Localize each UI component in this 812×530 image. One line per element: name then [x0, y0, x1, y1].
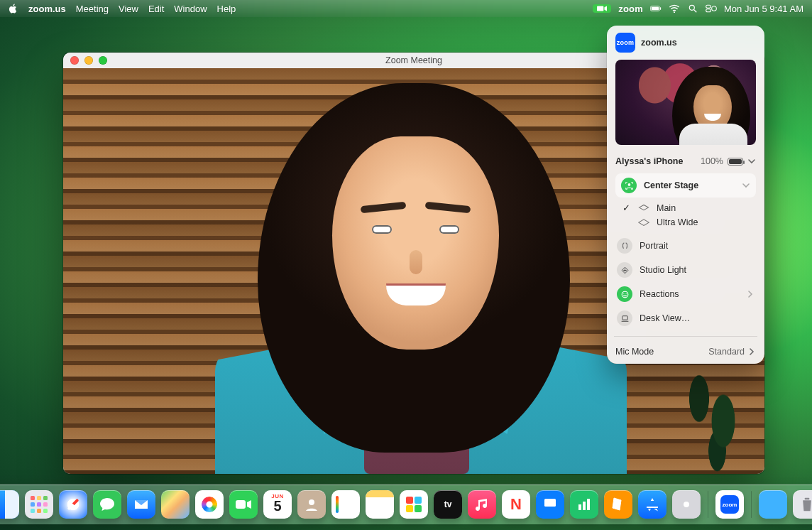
desk-view-icon: [617, 310, 632, 326]
svg-rect-0: [597, 6, 603, 11]
dock-zoom[interactable]: zoom: [715, 490, 744, 519]
studio-light-toggle[interactable]: Studio Light: [611, 258, 760, 282]
apple-menu[interactable]: [9, 4, 18, 13]
window-zoom-button[interactable]: [99, 56, 107, 65]
camera-in-use-app[interactable]: zoom: [618, 4, 643, 14]
chevron-right-icon: [747, 347, 756, 356]
menubar-app-name[interactable]: zoom.us: [28, 4, 66, 14]
dock-notes[interactable]: [366, 490, 394, 519]
window-traffic-lights: [70, 56, 107, 65]
dock-calendar[interactable]: JUN 5: [263, 490, 292, 519]
menubar-clock[interactable]: Mon Jun 5 9:41 AM: [724, 4, 803, 14]
center-stage-icon: [621, 178, 637, 193]
popover-app-name: zoom.us: [641, 38, 677, 48]
chevron-down-icon: [742, 181, 750, 190]
svg-point-12: [625, 293, 626, 293]
dock-system-settings[interactable]: [672, 490, 701, 519]
dock-music[interactable]: [468, 490, 496, 519]
news-glyph: N: [510, 495, 522, 514]
dock-launchpad[interactable]: [25, 490, 53, 519]
center-stage-toggle[interactable]: Center Stage: [615, 173, 756, 198]
svg-point-9: [627, 183, 630, 186]
menubar: zoom.us Meeting View Edit Window Help zo…: [0, 0, 812, 17]
participant-self: [172, 69, 655, 474]
dock-numbers[interactable]: [570, 490, 598, 519]
dock-messages[interactable]: [93, 490, 121, 519]
menu-edit[interactable]: Edit: [148, 4, 164, 14]
reactions-label: Reactions: [640, 289, 739, 299]
dock-reminders[interactable]: [331, 490, 360, 519]
menu-window[interactable]: Window: [174, 4, 207, 14]
device-name: Alyssa's iPhone: [615, 156, 683, 166]
studio-light-icon: [617, 262, 632, 278]
camera-in-use-indicator[interactable]: [593, 4, 611, 13]
lens-ultrawide-label: Ultra Wide: [657, 217, 698, 227]
device-battery-percent: 100%: [701, 156, 723, 166]
dock-mail[interactable]: [127, 490, 155, 519]
divider: [614, 336, 757, 337]
portrait-label: Portrait: [640, 241, 755, 251]
mic-mode-button[interactable]: Mic Mode Standard: [607, 340, 764, 364]
svg-point-8: [712, 6, 717, 11]
menu-view[interactable]: View: [119, 4, 138, 14]
svg-rect-18: [583, 502, 586, 510]
reactions-icon: [617, 286, 632, 302]
window-close-button[interactable]: [70, 56, 79, 65]
spotlight-icon[interactable]: [687, 4, 698, 13]
svg-point-20: [684, 502, 689, 507]
wifi-icon[interactable]: [669, 4, 680, 13]
dock: JUN 5 tv N zoom: [0, 485, 812, 524]
menu-meeting[interactable]: Meeting: [76, 4, 109, 14]
dock-news[interactable]: N: [502, 490, 530, 519]
device-row[interactable]: Alyssa's iPhone 100%: [607, 151, 764, 172]
svg-rect-17: [578, 504, 581, 510]
lens-option-ultra-wide[interactable]: Ultra Wide: [611, 215, 760, 229]
menu-help[interactable]: Help: [217, 4, 236, 14]
battery-icon[interactable]: [650, 4, 662, 13]
portrait-toggle[interactable]: Portrait: [611, 234, 760, 258]
svg-point-4: [674, 11, 675, 13]
dock-keynote[interactable]: [536, 490, 564, 519]
window-title: Zoom Meeting: [385, 55, 442, 65]
dock-photos[interactable]: [195, 490, 224, 519]
mic-mode-label: Mic Mode: [615, 347, 654, 357]
zoom-app-icon: zoom: [615, 33, 635, 53]
dock-maps[interactable]: [161, 490, 190, 519]
desk-view-button[interactable]: Desk View…: [611, 306, 760, 330]
center-stage-label: Center Stage: [644, 180, 735, 190]
lens-main-label: Main: [657, 203, 676, 213]
svg-rect-7: [706, 9, 711, 12]
dock-finder[interactable]: [0, 490, 19, 519]
portrait-icon: [617, 238, 632, 254]
control-center-icon[interactable]: [706, 4, 717, 13]
dock-separator: [708, 491, 708, 518]
svg-rect-2: [652, 7, 659, 11]
svg-rect-19: [587, 499, 590, 510]
lens-option-main[interactable]: ✓ Main: [611, 200, 760, 215]
dock-separator: [751, 491, 752, 518]
svg-point-11: [623, 293, 624, 293]
calendar-day: 5: [263, 499, 292, 512]
dock-trash[interactable]: [793, 490, 812, 519]
dock-safari[interactable]: [59, 490, 87, 519]
chevron-down-icon: [747, 157, 756, 166]
svg-rect-16: [544, 499, 556, 507]
popover-header: zoom zoom.us: [607, 26, 764, 60]
mic-mode-value: Standard: [708, 347, 745, 357]
svg-point-5: [689, 5, 694, 10]
dock-freeform[interactable]: [400, 490, 428, 519]
dock-downloads[interactable]: [759, 490, 787, 519]
window-minimize-button[interactable]: [84, 56, 93, 65]
dock-appstore[interactable]: [638, 490, 666, 519]
reactions-button[interactable]: Reactions: [611, 282, 760, 306]
dock-tv[interactable]: tv: [434, 490, 462, 519]
dock-facetime[interactable]: [229, 490, 258, 519]
battery-icon: [728, 158, 743, 166]
dock-contacts[interactable]: [297, 490, 326, 519]
lens-icon: [638, 217, 649, 227]
camera-preview-thumbnail: [615, 60, 756, 145]
studio-light-label: Studio Light: [640, 265, 755, 275]
svg-rect-14: [236, 500, 246, 509]
dock-pages[interactable]: [604, 490, 632, 519]
tv-glyph: tv: [444, 499, 452, 509]
